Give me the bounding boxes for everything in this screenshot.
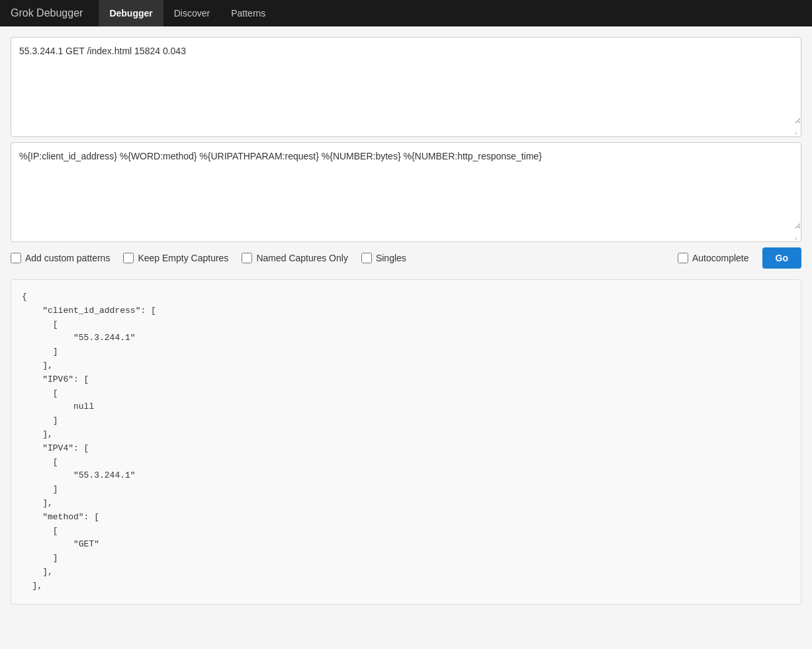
autocomplete-checkbox[interactable] (678, 253, 688, 263)
add-custom-patterns-label: Add custom patterns (25, 253, 110, 263)
sample-input-section: 55.3.244.1 GET /index.html 15824 0.043 ⌞ (11, 37, 801, 137)
result-section: { "client_id_address": [ [ "55.3.244.1" … (11, 279, 801, 605)
sample-input[interactable]: 55.3.244.1 GET /index.html 15824 0.043 (11, 38, 801, 124)
tab-patterns[interactable]: Patterns (220, 0, 276, 26)
option-add-custom-patterns[interactable]: Add custom patterns (11, 253, 110, 263)
go-button[interactable]: Go (762, 247, 801, 269)
tab-discover[interactable]: Discover (163, 0, 220, 26)
pattern-input-section: %{IP:client_id_address} %{WORD:method} %… (11, 142, 801, 242)
resize-handle-sample: ⌞ (11, 126, 801, 136)
app-brand: Grok Debugger (11, 7, 83, 19)
named-captures-only-label: Named Captures Only (256, 253, 348, 263)
option-autocomplete[interactable]: Autocomplete (678, 253, 749, 263)
option-singles[interactable]: Singles (361, 253, 406, 263)
tab-debugger[interactable]: Debugger (99, 0, 163, 26)
options-row: Add custom patterns Keep Empty Captures … (11, 247, 801, 269)
option-named-captures-only[interactable]: Named Captures Only (242, 253, 348, 263)
add-custom-patterns-checkbox[interactable] (11, 253, 21, 263)
keep-empty-captures-checkbox[interactable] (123, 253, 134, 263)
named-captures-only-checkbox[interactable] (242, 253, 252, 263)
nav-tabs: Debugger Discover Patterns (99, 0, 276, 26)
keep-empty-captures-label: Keep Empty Captures (138, 253, 228, 263)
option-keep-empty-captures[interactable]: Keep Empty Captures (123, 253, 228, 263)
navbar: Grok Debugger Debugger Discover Patterns (0, 0, 812, 26)
pattern-input[interactable]: %{IP:client_id_address} %{WORD:method} %… (11, 143, 801, 229)
resize-handle-pattern: ⌞ (11, 232, 801, 241)
singles-label: Singles (376, 253, 406, 263)
result-output: { "client_id_address": [ [ "55.3.244.1" … (22, 290, 790, 593)
autocomplete-label: Autocomplete (692, 253, 749, 263)
singles-checkbox[interactable] (361, 253, 372, 263)
main-content: 55.3.244.1 GET /index.html 15824 0.043 ⌞… (0, 26, 812, 615)
